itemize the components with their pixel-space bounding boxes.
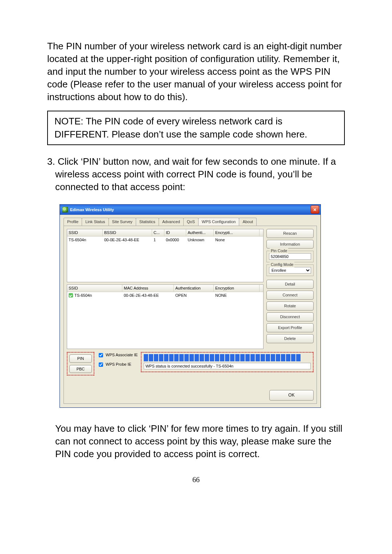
page-number: 66	[47, 475, 345, 485]
wps-probe-input[interactable]	[99, 362, 103, 367]
tab-about[interactable]: About	[239, 218, 257, 226]
pin-pbc-highlight: PIN PBC	[67, 352, 94, 376]
tab-statistics[interactable]: Statistics	[136, 218, 159, 226]
close-icon[interactable]: ×	[311, 205, 319, 214]
wps-status-field	[144, 363, 311, 369]
step3-paragraph: 3. Click ‘PIN’ button now, and wait for …	[47, 155, 345, 193]
information-button[interactable]: Information	[266, 240, 314, 249]
col-auth[interactable]: Authenti...	[186, 229, 214, 236]
window-title: Edimax Wireless Utility	[70, 207, 114, 213]
col-auth2[interactable]: Authentication	[174, 285, 214, 292]
col-bssid[interactable]: BSSID	[103, 229, 152, 236]
ap-listview[interactable]: SSID BSSID C... ID Authenti... Encrypti.…	[67, 229, 264, 282]
wps-associate-checkbox[interactable]: WPS Associate IE	[97, 352, 138, 358]
intro-paragraph: The PIN number of your wireless network …	[47, 40, 345, 103]
connect-button[interactable]: Connect	[266, 291, 314, 300]
col-channel[interactable]: C...	[152, 229, 164, 236]
profile-listview[interactable]: SSID MAC Address Authentication Encrypti…	[67, 284, 264, 349]
col-id[interactable]: ID	[164, 229, 186, 236]
pin-code-label: Pin Code	[270, 248, 288, 254]
window-titlebar: Edimax Wireless Utility ×	[60, 205, 320, 215]
tab-link-status[interactable]: Link Status	[82, 218, 109, 226]
outro-paragraph: You may have to click ‘PIN’ for few more…	[55, 422, 345, 460]
col-ssid2[interactable]: SSID	[67, 285, 122, 292]
note-text: NOTE: The PIN code of every wireless net…	[54, 116, 307, 139]
progress-highlight	[141, 352, 314, 372]
tab-content: SSID BSSID C... ID Authenti... Encrypti.…	[64, 226, 317, 404]
pin-code-field[interactable]	[269, 253, 311, 260]
pbc-button[interactable]: PBC	[69, 365, 92, 373]
export-profile-button[interactable]: Export Profile	[266, 323, 314, 332]
note-box: NOTE: The PIN code of every wireless net…	[47, 111, 345, 145]
tab-qos[interactable]: QoS	[183, 218, 199, 226]
pin-button[interactable]: PIN	[69, 354, 92, 363]
tab-site-survey[interactable]: Site Survey	[109, 218, 136, 226]
app-icon	[62, 207, 68, 213]
table-row[interactable]: TS-6504n 00-0E-2E-43-48-EE 1 0x0000 Unkn…	[67, 237, 263, 243]
ok-button[interactable]: OK	[269, 390, 314, 400]
config-mode-group: Config Mode Enrollee	[266, 264, 314, 276]
detail-button[interactable]: Detail	[266, 280, 314, 289]
progress-bar	[144, 354, 311, 361]
table-row[interactable]: TS-6504n 00-0E-2E-43-48-EE OPEN NONE	[67, 292, 263, 299]
rotate-button[interactable]: Rotate	[266, 301, 314, 311]
pin-code-group: Pin Code	[266, 251, 314, 262]
tab-advanced[interactable]: Advanced	[159, 218, 184, 226]
tabs: Profile Link Status Site Survey Statisti…	[64, 218, 317, 226]
step3-number: 3.	[47, 156, 58, 167]
tab-profile[interactable]: Profile	[64, 218, 82, 226]
disconnect-button[interactable]: Disconnect	[266, 312, 314, 321]
config-mode-select[interactable]: Enrollee	[269, 267, 311, 274]
col-mac[interactable]: MAC Address	[122, 285, 174, 292]
wps-probe-checkbox[interactable]: WPS Probe IE	[97, 361, 138, 368]
step3-body: Click ‘PIN’ button now, and wait for few…	[55, 156, 336, 192]
rescan-button[interactable]: Rescan	[266, 229, 314, 238]
config-mode-label: Config Mode	[270, 262, 294, 267]
col-encrypt[interactable]: Encrypti...	[214, 229, 260, 236]
wps-associate-input[interactable]	[99, 353, 103, 357]
delete-button[interactable]: Delete	[266, 334, 314, 343]
connected-icon	[69, 293, 73, 297]
col-ssid[interactable]: SSID	[67, 229, 103, 236]
col-encrypt2[interactable]: Encryption	[214, 285, 260, 292]
wireless-utility-window: Edimax Wireless Utility × Profile Link S…	[60, 204, 321, 408]
tab-wps-configuration[interactable]: WPS Configuration	[198, 218, 240, 226]
